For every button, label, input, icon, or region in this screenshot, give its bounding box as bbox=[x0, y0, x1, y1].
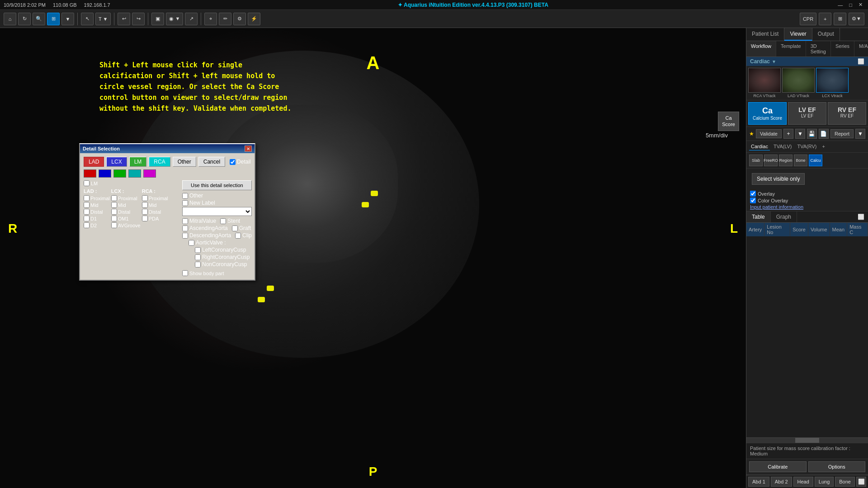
freero-tool[interactable]: FreeRO bbox=[764, 155, 778, 166]
detail-checkbox[interactable] bbox=[230, 159, 236, 165]
patient-list-tab[interactable]: Patient List bbox=[746, 28, 784, 41]
plus-layout-btn[interactable]: + bbox=[819, 13, 831, 25]
aortic-valve-check[interactable] bbox=[189, 240, 194, 246]
lcx-thumb[interactable]: LCX Vtrack bbox=[816, 68, 849, 98]
view-btn[interactable]: ↗ bbox=[185, 13, 198, 25]
template-tab[interactable]: Template bbox=[776, 41, 806, 56]
data-table-container[interactable]: Artery Lesion No Score Volume Mean Mass … bbox=[746, 223, 868, 437]
undo-btn[interactable]: ↩ bbox=[118, 13, 130, 25]
abd1-btn[interactable]: Abd 1 bbox=[748, 477, 769, 487]
3d-setting-tab[interactable]: 3D Setting bbox=[806, 41, 831, 56]
rca-btn[interactable]: RCA bbox=[149, 157, 170, 167]
bone-nav-btn[interactable]: Bone bbox=[835, 477, 855, 487]
left-coronary-check[interactable] bbox=[195, 247, 201, 253]
select-visible-btn[interactable]: Select visible only bbox=[752, 173, 805, 185]
ascending-check[interactable] bbox=[182, 225, 188, 231]
lm-btn[interactable]: LM bbox=[129, 157, 147, 167]
zoom-tool[interactable]: 🔍 bbox=[33, 13, 45, 25]
table-tab[interactable]: Table bbox=[746, 211, 771, 222]
stent-check[interactable] bbox=[220, 218, 226, 224]
calcu-tool[interactable]: Calcu bbox=[809, 155, 822, 166]
right-coronary-check[interactable] bbox=[195, 254, 201, 260]
cardiac-sub-tvarv[interactable]: TVA(RV) bbox=[795, 143, 818, 150]
viewer-tab[interactable]: Viewer bbox=[784, 28, 812, 41]
label-select[interactable] bbox=[182, 207, 252, 216]
output-tab[interactable]: Output bbox=[812, 28, 840, 41]
other-check[interactable] bbox=[182, 193, 188, 199]
maximize-btn[interactable]: □ bbox=[847, 2, 854, 8]
abd2-btn[interactable]: Abd 2 bbox=[771, 477, 792, 487]
show-body-part-check[interactable] bbox=[182, 270, 188, 276]
cardiac-sub-cardiac[interactable]: Cardiac bbox=[749, 143, 770, 150]
calibrate-btn[interactable]: Calibrate bbox=[749, 461, 807, 472]
cpr-btn[interactable]: CPR bbox=[800, 13, 816, 25]
lv-ef-btn[interactable]: LV EF LV EF bbox=[788, 102, 826, 125]
lcx-btn[interactable]: LCX bbox=[106, 157, 127, 167]
doc-action-btn[interactable]: 📄 bbox=[819, 129, 829, 139]
clip-check[interactable] bbox=[235, 233, 241, 239]
cardiac-expand-btn[interactable]: ⬜ bbox=[858, 58, 864, 65]
circle-btn[interactable]: ◉ ▼ bbox=[166, 13, 183, 25]
text-tool[interactable]: T ▼ bbox=[95, 13, 111, 25]
bottom-action-btns: Calibrate Options bbox=[746, 459, 868, 475]
color-overlay-checkbox[interactable] bbox=[750, 197, 756, 203]
rotate-tool[interactable]: ↻ bbox=[18, 13, 31, 25]
lung-btn[interactable]: Lung bbox=[815, 477, 834, 487]
cancel-btn[interactable]: Cancel bbox=[198, 157, 225, 167]
arrow-action-btn[interactable]: ▼ bbox=[795, 129, 805, 139]
special-btn[interactable]: ⚡ bbox=[248, 13, 260, 25]
tools-btn[interactable]: ⚙ bbox=[233, 13, 246, 25]
series-tab[interactable]: Series bbox=[831, 41, 854, 56]
measure-btn[interactable]: ⌖ bbox=[204, 13, 217, 25]
save-action-btn[interactable]: 💾 bbox=[807, 129, 817, 139]
viewer-panel[interactable]: A R L P Shift + Left mouse click for sin… bbox=[0, 28, 746, 488]
mitral-check[interactable] bbox=[182, 218, 188, 224]
cardiac-sub-plus[interactable]: + bbox=[820, 143, 826, 150]
overlay-checkbox[interactable] bbox=[750, 191, 756, 197]
cardiac-sub-tvalv[interactable]: TVA(LV) bbox=[772, 143, 794, 150]
ca-score-btn[interactable]: CaScore bbox=[718, 112, 739, 131]
options-btn[interactable]: Options bbox=[808, 461, 866, 472]
tg-expand-btn[interactable]: ⬜ bbox=[854, 211, 868, 222]
new-label-check[interactable] bbox=[182, 200, 188, 206]
redo-btn[interactable]: ↪ bbox=[132, 13, 145, 25]
minimize-btn[interactable]: — bbox=[836, 2, 844, 8]
star-icon[interactable]: ★ bbox=[749, 131, 754, 137]
graph-tab[interactable]: Graph bbox=[771, 211, 797, 222]
plus-action-btn[interactable]: + bbox=[783, 129, 793, 139]
ma-tab[interactable]: M/A bbox=[854, 41, 868, 56]
select-tool[interactable]: ⊞ bbox=[47, 13, 60, 25]
lad-btn[interactable]: LAD bbox=[84, 157, 104, 167]
window-btn[interactable]: ▣ bbox=[151, 13, 164, 25]
lm-main-checkbox[interactable] bbox=[84, 180, 90, 186]
rca-thumb[interactable]: RCA VTrack bbox=[748, 68, 781, 98]
non-coronary-check[interactable] bbox=[195, 262, 201, 267]
config-btn[interactable]: ⚙▼ bbox=[849, 13, 864, 25]
annotate-btn[interactable]: ✏ bbox=[219, 13, 231, 25]
slab-tool[interactable]: Slab bbox=[749, 155, 763, 166]
rv-ef-btn[interactable]: RV EF RV EF bbox=[828, 102, 866, 125]
home-tool[interactable]: ⌂ bbox=[4, 13, 16, 25]
region-tool[interactable]: Region bbox=[779, 155, 793, 166]
use-detail-btn[interactable]: Use this detail selection bbox=[182, 180, 252, 190]
layout-btn[interactable]: ⊞ bbox=[834, 13, 846, 25]
cursor-tool[interactable]: ↖ bbox=[81, 13, 94, 25]
nav-expand-btn[interactable]: ⬜ bbox=[856, 477, 866, 487]
validate-btn[interactable]: Validate bbox=[756, 129, 782, 138]
graft-check[interactable] bbox=[232, 225, 238, 231]
descending-check[interactable] bbox=[182, 233, 188, 239]
detail-check-label: Detail bbox=[230, 159, 251, 165]
arrow-tool[interactable]: ▼ bbox=[61, 13, 74, 25]
lad-thumb[interactable]: LAD VTrack bbox=[782, 68, 815, 98]
workflow-tab[interactable]: Workflow bbox=[746, 41, 776, 56]
table-scrollbar[interactable] bbox=[746, 437, 868, 443]
head-btn[interactable]: Head bbox=[793, 477, 813, 487]
close-btn[interactable]: ✕ bbox=[857, 1, 864, 8]
dialog-close-btn[interactable]: ✕ bbox=[245, 145, 252, 152]
report-btn[interactable]: Report bbox=[830, 129, 854, 138]
bone-tool[interactable]: Bone bbox=[794, 155, 807, 166]
calcium-score-btn[interactable]: Ca Calcium Score bbox=[748, 102, 787, 125]
report-arrow-btn[interactable]: ▼ bbox=[855, 129, 865, 139]
volume-header: Volume bbox=[808, 223, 830, 236]
other-btn[interactable]: Other bbox=[173, 157, 196, 167]
